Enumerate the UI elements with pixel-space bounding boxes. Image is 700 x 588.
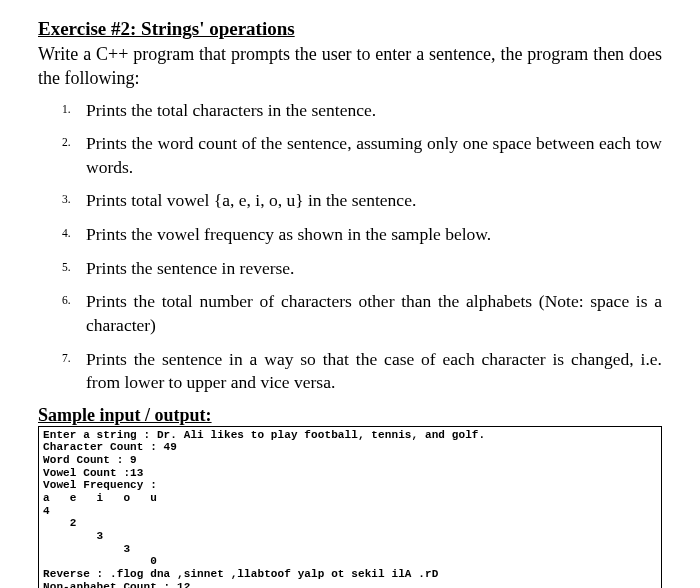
step-item: Prints the sentence in a way so that the… <box>70 348 662 395</box>
exercise-title: Exercise #2: Strings' operations <box>38 18 662 40</box>
intro-paragraph: Write a C++ program that prompts the use… <box>38 42 662 91</box>
sample-heading: Sample input / output: <box>38 405 662 426</box>
step-item: Prints total vowel {a, e, i, o, u} in th… <box>70 189 662 213</box>
step-item: Prints the total number of characters ot… <box>70 290 662 337</box>
sample-output-block: Enter a string : Dr. Ali likes to play f… <box>38 426 662 588</box>
step-item: Prints the sentence in reverse. <box>70 257 662 281</box>
steps-list: Prints the total characters in the sente… <box>38 99 662 395</box>
sample-output-main: Enter a string : Dr. Ali likes to play f… <box>39 427 661 588</box>
step-item: Prints the vowel frequency as shown in t… <box>70 223 662 247</box>
step-item: Prints the total characters in the sente… <box>70 99 662 123</box>
step-item: Prints the word count of the sentence, a… <box>70 132 662 179</box>
